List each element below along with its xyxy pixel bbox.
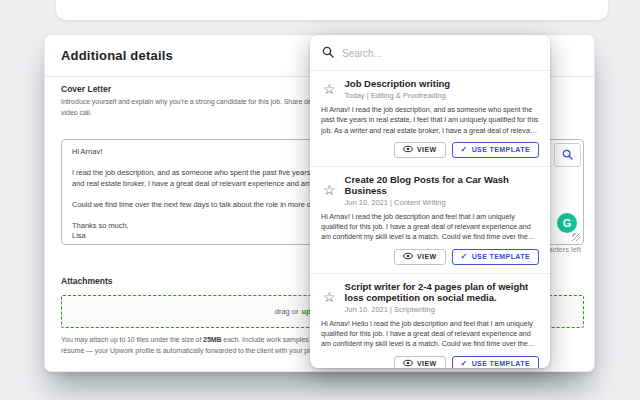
template-title: Job Description writing bbox=[345, 78, 537, 89]
popup-search-row bbox=[310, 35, 550, 71]
template-title: Script writer for 2-4 pages plan of weig… bbox=[345, 281, 537, 303]
template-actions: VIEW ✓ USE TEMPLATE bbox=[321, 249, 539, 265]
template-search-button[interactable] bbox=[554, 143, 581, 167]
view-label: VIEW bbox=[417, 360, 437, 367]
star-icon[interactable]: ☆ bbox=[323, 82, 336, 96]
template-title: Create 20 Blog Posts for a Car Wash Busi… bbox=[345, 174, 537, 196]
template-meta: Jun 10, 2021 | Scriptwriting bbox=[345, 305, 537, 314]
attachments-label: Attachments bbox=[61, 276, 112, 286]
search-input[interactable] bbox=[342, 48, 538, 59]
eye-icon bbox=[403, 359, 413, 368]
template-titleblock: Create 20 Blog Posts for a Car Wash Busi… bbox=[345, 174, 537, 207]
note-part: You may attach up to 10 files under the … bbox=[61, 336, 203, 343]
templates-popup: ☆ Job Description writing Today | Editin… bbox=[310, 35, 550, 368]
template-actions: VIEW ✓ USE TEMPLATE bbox=[321, 356, 539, 368]
search-icon bbox=[562, 146, 573, 164]
template-item-header: ☆ Script writer for 2-4 pages plan of we… bbox=[321, 281, 539, 314]
template-meta: Jun 10, 2021 | Content Writing bbox=[345, 198, 537, 207]
resize-handle[interactable] bbox=[572, 233, 580, 241]
use-template-label: USE TEMPLATE bbox=[472, 253, 530, 260]
star-icon[interactable]: ☆ bbox=[323, 290, 336, 304]
search-icon bbox=[322, 44, 334, 62]
template-meta: Today | Editing & Proofreading bbox=[345, 91, 537, 100]
check-icon: ✓ bbox=[461, 253, 468, 261]
view-button[interactable]: VIEW bbox=[394, 356, 446, 368]
template-body: Hi Arnav! I read the job description and… bbox=[321, 212, 539, 243]
use-template-button[interactable]: ✓ USE TEMPLATE bbox=[452, 142, 539, 158]
template-titleblock: Script writer for 2-4 pages plan of weig… bbox=[345, 281, 537, 314]
template-item-header: ☆ Job Description writing Today | Editin… bbox=[321, 78, 539, 100]
template-actions: VIEW ✓ USE TEMPLATE bbox=[321, 142, 539, 158]
grammarly-icon[interactable]: G bbox=[557, 213, 577, 233]
page-title: Additional details bbox=[61, 48, 173, 63]
cover-letter-label: Cover Letter bbox=[61, 84, 111, 94]
template-titleblock: Job Description writing Today | Editing … bbox=[345, 78, 537, 100]
view-label: VIEW bbox=[417, 146, 437, 153]
template-item: ☆ Script writer for 2-4 pages plan of we… bbox=[310, 274, 550, 368]
dropzone-text: drag or bbox=[275, 307, 299, 316]
use-template-label: USE TEMPLATE bbox=[472, 146, 530, 153]
view-label: VIEW bbox=[417, 253, 437, 260]
eye-icon bbox=[403, 252, 413, 261]
view-button[interactable]: VIEW bbox=[394, 142, 446, 158]
view-button[interactable]: VIEW bbox=[394, 249, 446, 265]
use-template-button[interactable]: ✓ USE TEMPLATE bbox=[452, 356, 539, 368]
previous-section-card bbox=[56, 0, 608, 20]
eye-icon bbox=[403, 145, 413, 154]
page: Additional details Cover Letter Introduc… bbox=[0, 0, 640, 400]
use-template-label: USE TEMPLATE bbox=[472, 360, 530, 367]
template-item: ☆ Create 20 Blog Posts for a Car Wash Bu… bbox=[310, 167, 550, 274]
check-icon: ✓ bbox=[461, 360, 468, 368]
template-body: Hi Arnav! I read the job description, an… bbox=[321, 105, 539, 136]
check-icon: ✓ bbox=[461, 146, 468, 154]
template-item-header: ☆ Create 20 Blog Posts for a Car Wash Bu… bbox=[321, 174, 539, 207]
star-icon[interactable]: ☆ bbox=[323, 183, 336, 197]
template-body: Hi Arnav! Hello I read the job descripti… bbox=[321, 319, 539, 350]
template-item: ☆ Job Description writing Today | Editin… bbox=[310, 71, 550, 167]
note-size-limit: 25MB bbox=[203, 336, 222, 343]
use-template-button[interactable]: ✓ USE TEMPLATE bbox=[452, 249, 539, 265]
